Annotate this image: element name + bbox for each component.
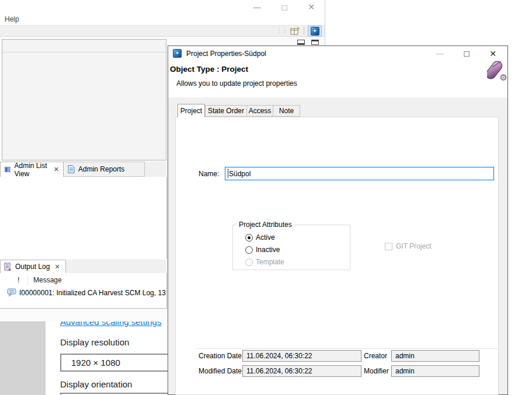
toolbar-button-cluster: ⋮⋮ ✦ ✦ [276, 26, 322, 36]
toolbar-separator [304, 27, 304, 35]
tab-state-order[interactable]: State Order [205, 105, 247, 117]
radio-active-label: Active [256, 233, 275, 242]
column-divider[interactable] [27, 275, 28, 285]
display-orientation-label: Display orientation [60, 379, 132, 389]
modified-date-label: Modified Date [199, 367, 242, 375]
column-header-severity[interactable]: ! [18, 276, 19, 284]
object-type-heading: Object Type : Project [170, 65, 248, 74]
display-resolution-label: Display resolution [60, 337, 129, 347]
menu-bar: Help [0, 15, 325, 25]
pane-minimize-icon[interactable] [297, 40, 305, 45]
git-project-label: GIT Project [396, 242, 431, 250]
message-bubble-icon [7, 288, 17, 297]
radio-selected-dot [248, 236, 251, 239]
tab-admin-list-view[interactable]: Admin List View ✕ [0, 162, 64, 177]
tab-output-log[interactable]: Output Log ✕ [0, 260, 66, 273]
radio-template-label: Template [256, 258, 284, 266]
output-log-panel: ! Message I00000001: Initialized CA Harv… [0, 273, 167, 309]
log-message: I00000001: Initialized CA Harvest SCM Lo… [19, 289, 166, 297]
maximize-icon[interactable]: □ [276, 0, 293, 15]
report-icon [68, 165, 75, 173]
project-attributes-legend: Project Attributes [237, 221, 294, 229]
name-label: Name: [199, 170, 219, 178]
radio-active[interactable] [245, 234, 253, 242]
dialog-description: Allows you to update project properties [176, 79, 297, 88]
properties-separator [197, 348, 498, 349]
list-view-icon [5, 166, 11, 173]
tab-project[interactable]: Project [178, 104, 205, 117]
git-project-checkbox [385, 243, 392, 250]
modifier-field: admin [391, 365, 479, 377]
explorer-panel [2, 39, 166, 160]
pane-restore-icon[interactable] [311, 40, 319, 45]
svg-text:✦: ✦ [296, 26, 300, 32]
dialog-maximize-icon[interactable]: □ [459, 46, 474, 61]
output-log-icon [4, 263, 12, 271]
view-tab-strip: Admin List View ✕ Admin Reports [0, 162, 167, 177]
advanced-scaling-link[interactable]: Advanced scaling settings [60, 321, 161, 327]
screen: — □ ✕ Help ⋮⋮ ✦ ✦ [0, 0, 532, 395]
settings-sidebar-strip [0, 321, 46, 395]
harvest-admin-icon: ✦ [311, 27, 319, 36]
log-tab-strip: Output Log ✕ [0, 260, 167, 273]
toolbar: ⋮⋮ ✦ ✦ [0, 25, 325, 37]
gear-icon: ⚙ [500, 72, 507, 83]
new-view-icon[interactable]: ✦ [290, 26, 300, 36]
tab-label: Output Log [15, 263, 50, 271]
radio-inactive[interactable] [245, 246, 253, 254]
column-header-message[interactable]: Message [33, 276, 62, 284]
dialog-minimize-icon: — [432, 46, 447, 61]
drag-handle-icon[interactable]: ⋮⋮ [276, 29, 288, 33]
tab-note[interactable]: Note [273, 105, 300, 117]
background-titlebar: — □ ✕ [0, 0, 325, 15]
creator-label: Creator [364, 352, 387, 360]
modifier-label: Modifier [364, 367, 389, 375]
menu-item-help[interactable]: Help [5, 15, 19, 23]
tab-close-icon[interactable]: ✕ [54, 263, 60, 271]
capsule-gear-icon: ⚙ [487, 59, 507, 83]
orientation-select[interactable] [60, 393, 168, 395]
close-icon[interactable]: ✕ [302, 0, 320, 15]
settings-panel: Advanced scaling settings Display resolu… [46, 321, 168, 395]
tab-label: Admin List View [14, 162, 48, 178]
tab-close-icon[interactable]: ✕ [54, 166, 59, 173]
creation-date-field: 11.06.2024, 06:30:22 [242, 350, 361, 362]
project-properties-dialog: ✦ Project Properties-Südpol — □ ✕ Object… [168, 46, 508, 395]
tab-label: Admin Reports [78, 165, 124, 173]
modified-date-field: 11.06.2024, 06:30:22 [242, 365, 361, 377]
panel-divider [2, 52, 166, 53]
log-row[interactable]: I00000001: Initialized CA Harvest SCM Lo… [0, 287, 166, 299]
admin-list-panel [0, 177, 167, 259]
tab-access[interactable]: Access [246, 105, 273, 117]
creator-field: admin [391, 350, 479, 362]
admin-tool-button[interactable]: ✦ [308, 26, 322, 37]
tab-admin-reports[interactable]: Admin Reports [64, 162, 145, 177]
resolution-select[interactable]: 1920 × 1080 [60, 354, 168, 372]
dialog-app-icon: ✦ [173, 49, 182, 58]
radio-inactive-label: Inactive [256, 246, 280, 254]
text-caret [228, 169, 228, 178]
minimize-icon[interactable]: — [248, 0, 266, 15]
dialog-titlebar[interactable]: ✦ Project Properties-Südpol — □ ✕ [168, 46, 507, 61]
name-input[interactable] [225, 167, 494, 180]
dialog-title: Project Properties-Südpol [186, 50, 266, 58]
project-tab-content: Name: Project Attributes Active Inactive… [175, 117, 499, 395]
radio-template [245, 258, 253, 266]
creation-date-label: Creation Date [199, 352, 242, 360]
